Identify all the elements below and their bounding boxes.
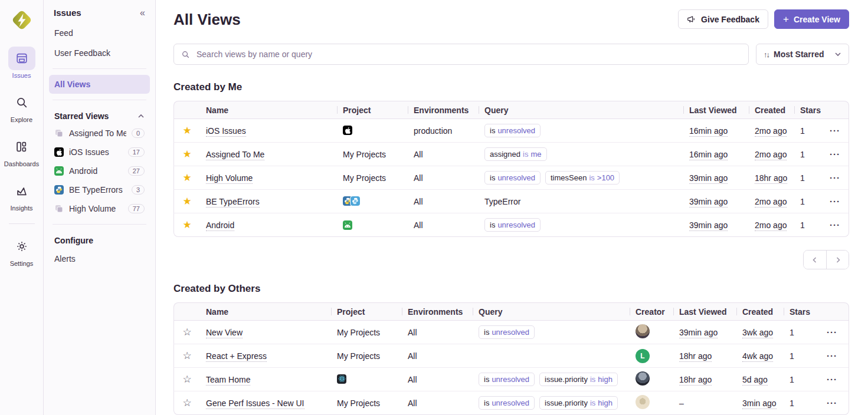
stars-cell: 1 bbox=[784, 344, 821, 368]
query-text: TypeError bbox=[484, 197, 520, 206]
row-overflow-menu-button[interactable]: ··· bbox=[830, 149, 840, 159]
created-cell: 2mo ago bbox=[755, 150, 787, 160]
unstarred-star-button[interactable]: ☆ bbox=[182, 351, 191, 361]
table-row[interactable]: ★iOS Issuesproductionisunresolved16min a… bbox=[173, 119, 849, 143]
starred-view-high-volume[interactable]: High Volume 77 bbox=[49, 199, 150, 218]
issue-count-badge: 3 bbox=[132, 185, 145, 195]
sidebar-item-alerts[interactable]: Alerts bbox=[49, 249, 150, 268]
chevron-down-icon bbox=[834, 51, 841, 58]
last-viewed-cell: – bbox=[673, 391, 736, 415]
row-overflow-menu-button[interactable]: ··· bbox=[830, 196, 840, 206]
rail-divider bbox=[9, 223, 35, 224]
sort-label: Most Starred bbox=[774, 50, 824, 59]
column-header-query: Query bbox=[473, 302, 630, 321]
view-name-link[interactable]: New View bbox=[206, 328, 243, 338]
sidebar-collapse-button[interactable]: « bbox=[140, 8, 145, 18]
created-cell: 2mo ago bbox=[755, 126, 787, 137]
starred-star-button[interactable]: ★ bbox=[182, 149, 191, 159]
project-cell: My Projects bbox=[343, 150, 386, 159]
query-token: isunresolved bbox=[484, 171, 541, 185]
give-feedback-button[interactable]: Give Feedback bbox=[678, 9, 768, 29]
view-name-link[interactable]: Team Home bbox=[206, 375, 250, 386]
project-cell: My Projects bbox=[343, 173, 386, 183]
rail-item-settings[interactable]: Settings bbox=[8, 235, 35, 267]
all-views-page: All Views Give Feedback + Create View bbox=[156, 0, 868, 415]
table-row[interactable]: ☆New ViewMy ProjectsAllisunresolved39min… bbox=[173, 321, 849, 344]
sort-dropdown[interactable]: ↑↓ Most Starred bbox=[756, 44, 849, 65]
menu-column-header bbox=[821, 302, 849, 321]
rail-item-explore[interactable]: Explore bbox=[8, 91, 35, 123]
unstarred-star-button[interactable]: ☆ bbox=[182, 374, 191, 384]
created-cell: 2mo ago bbox=[755, 197, 787, 208]
creator-avatar bbox=[636, 324, 650, 338]
stars-cell: 1 bbox=[784, 368, 821, 391]
starred-views-section-header[interactable]: Starred Views bbox=[49, 106, 150, 124]
view-name-link[interactable]: Assigned To Me bbox=[206, 150, 264, 160]
chevron-up-icon bbox=[137, 113, 145, 120]
starred-view-assigned-to-me[interactable]: Assigned To Me 0 bbox=[49, 124, 150, 143]
table-row[interactable]: ★High VolumeMy ProjectsAllisunresolvedti… bbox=[173, 166, 849, 190]
row-overflow-menu-button[interactable]: ··· bbox=[827, 398, 837, 408]
column-header-stars: Stars bbox=[794, 101, 824, 119]
rail-item-insights[interactable]: Insights bbox=[8, 179, 35, 212]
project-cell bbox=[343, 220, 352, 230]
search-input[interactable] bbox=[195, 49, 741, 60]
rail-item-issues[interactable]: Issues bbox=[8, 47, 35, 79]
apple-project-icon bbox=[343, 126, 352, 135]
starred-star-button[interactable]: ★ bbox=[182, 173, 191, 183]
created-cell: 3wk ago bbox=[742, 328, 773, 338]
starred-star-button[interactable]: ★ bbox=[182, 126, 191, 136]
star-column-header bbox=[173, 302, 200, 321]
created-by-others-title: Created by Others bbox=[173, 283, 849, 295]
sidebar-item-user-feedback[interactable]: User Feedback bbox=[49, 44, 150, 62]
table-row[interactable]: ★BE TypeErrorsAllTypeError39min ago2mo a… bbox=[173, 190, 849, 213]
row-overflow-menu-button[interactable]: ··· bbox=[827, 327, 837, 337]
query-token: issue.priorityishigh bbox=[539, 373, 618, 386]
issue-count-badge: 27 bbox=[128, 166, 145, 176]
row-overflow-menu-button[interactable]: ··· bbox=[830, 173, 840, 183]
starred-view-label: Assigned To Me bbox=[69, 129, 126, 138]
table-row[interactable]: ★AndroidAllisunresolved39min ago2mo ago1… bbox=[173, 213, 849, 237]
menu-column-header bbox=[824, 101, 849, 119]
table-row[interactable]: ☆React + ExpressMy ProjectsAllL18hr ago4… bbox=[173, 344, 849, 368]
rail-item-dashboards[interactable]: Dashboards bbox=[4, 135, 39, 167]
views-search[interactable] bbox=[173, 44, 749, 65]
view-name-link[interactable]: iOS Issues bbox=[206, 126, 246, 137]
sort-arrows-icon: ↑↓ bbox=[764, 50, 769, 59]
app-logo[interactable] bbox=[9, 8, 34, 32]
stars-cell: 1 bbox=[794, 190, 824, 213]
environments-cell: All bbox=[402, 368, 473, 391]
sidebar-item-feed[interactable]: Feed bbox=[49, 24, 150, 42]
row-overflow-menu-button[interactable]: ··· bbox=[827, 374, 837, 384]
created-cell: 4wk ago bbox=[742, 351, 773, 362]
table-row[interactable]: ★Assigned To MeMy ProjectsAllassignedism… bbox=[173, 143, 849, 166]
starred-view-label: BE TypeErrors bbox=[69, 185, 123, 195]
sidebar-item-all-views[interactable]: All Views bbox=[49, 75, 150, 94]
table-row[interactable]: ☆Team HomeAllisunresolvedissue.priorityi… bbox=[173, 368, 849, 391]
star-column-header bbox=[173, 101, 200, 119]
previous-page-button[interactable] bbox=[804, 251, 826, 269]
row-overflow-menu-button[interactable]: ··· bbox=[830, 126, 840, 136]
view-name-link[interactable]: Android bbox=[206, 220, 234, 231]
column-header-last-viewed: Last Viewed bbox=[673, 302, 736, 321]
table-row[interactable]: ☆Gene Perf Issues - New UIMy ProjectsAll… bbox=[173, 391, 849, 415]
unstarred-star-button[interactable]: ☆ bbox=[182, 327, 191, 337]
create-view-button[interactable]: + Create View bbox=[774, 9, 849, 29]
row-overflow-menu-button[interactable]: ··· bbox=[827, 351, 837, 361]
row-overflow-menu-button[interactable]: ··· bbox=[830, 220, 840, 230]
view-name-link[interactable]: BE TypeErrors bbox=[206, 197, 260, 208]
unstarred-star-button[interactable]: ☆ bbox=[182, 398, 191, 408]
last-viewed-cell: 16min ago bbox=[683, 143, 749, 166]
pythonlight-project-icon bbox=[351, 196, 360, 206]
starred-view-android[interactable]: Android 27 bbox=[49, 162, 150, 180]
starred-star-button[interactable]: ★ bbox=[182, 196, 191, 206]
view-name-link[interactable]: Gene Perf Issues - New UI bbox=[206, 398, 304, 409]
starred-view-be-typeerrors[interactable]: BE TypeErrors 3 bbox=[49, 180, 150, 199]
view-name-link[interactable]: React + Express bbox=[206, 351, 267, 362]
stars-cell: 1 bbox=[784, 391, 821, 415]
next-page-button[interactable] bbox=[826, 251, 849, 269]
starred-star-button[interactable]: ★ bbox=[182, 220, 191, 230]
starred-view-ios-issues[interactable]: iOS Issues 17 bbox=[49, 143, 150, 162]
project-cell bbox=[343, 126, 352, 135]
view-name-link[interactable]: High Volume bbox=[206, 173, 253, 184]
